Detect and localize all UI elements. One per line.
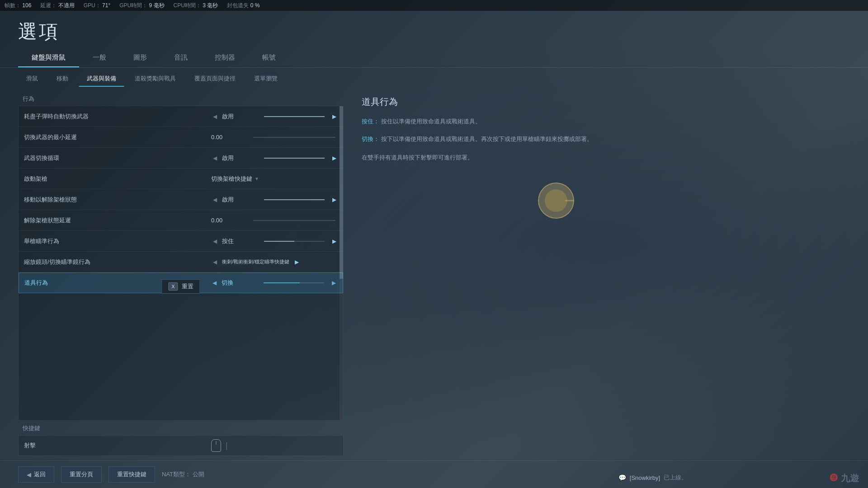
info-block-toggle: 切換： 按下以準備使用致命道具或戰術道具。再次按下或使用單槍瞄準鈕來投擲或部署。…	[362, 135, 841, 163]
sub-tab-move[interactable]: 移動	[48, 71, 76, 87]
stats-bar: 幀數： 106 延遲： 不適用 GPU： 71° GPU時間： 9 毫秒 CPU…	[0, 0, 868, 11]
back-arrow-icon: ◀	[27, 471, 31, 478]
dropdown-arrow-bipod: ▼	[255, 176, 259, 181]
reset-section-button[interactable]: 重置分頁	[61, 466, 102, 483]
nat-info: NAT類型： 公開	[162, 470, 850, 479]
tab-controller[interactable]: 控制器	[201, 49, 249, 67]
setting-bipod-delay[interactable]: 解除架槍狀態延遲 0.00	[19, 210, 343, 231]
shortcut-shoot[interactable]: 射擊 |	[18, 435, 344, 456]
arrow-left-gadget[interactable]: ◀	[211, 279, 218, 286]
reset-popup: X 重置	[161, 279, 200, 294]
shortcuts-section-label: 快捷鍵	[18, 421, 344, 435]
setting-move-bipod[interactable]: 移動以解除架槍狀態 ◀ 啟用 ▶	[19, 189, 343, 210]
main-tabs: 鍵盤與滑鼠 一般 圖形 音訊 控制器 帳號	[0, 49, 868, 68]
setting-auto-switch[interactable]: 耗盡子彈時自動切換武器 ◀ 啟用 ▶	[19, 106, 343, 127]
arrow-right-ads[interactable]: ▶	[330, 238, 338, 245]
setting-bipod-enable[interactable]: 啟動架槍 切換架槍快捷鍵 ▼	[19, 169, 343, 189]
arrow-left-zoom[interactable]: ◀	[211, 258, 218, 266]
setting-ads-behavior[interactable]: 舉槍瞄準行為 ◀ 按住 ▶	[19, 231, 343, 252]
cpu-time-stat: CPU時間： 3 毫秒	[174, 2, 218, 9]
arrow-right-zoom[interactable]: ▶	[293, 258, 300, 266]
info-title: 道具行為	[362, 96, 841, 108]
right-panel: 道具行為 按住： 按住以準備使用致命道具或戰術道具。 切換： 按下以準備使用致命…	[353, 91, 850, 456]
behavior-section-label: 行為	[18, 91, 344, 106]
arrow-right-move-bipod[interactable]: ▶	[330, 196, 338, 203]
tab-audio[interactable]: 音訊	[160, 49, 201, 67]
reset-key: X	[168, 282, 178, 291]
tab-account[interactable]: 帳號	[249, 49, 289, 67]
gpu-time-stat: GPU時間： 9 毫秒	[119, 2, 164, 9]
tab-general[interactable]: 一般	[79, 49, 120, 67]
sub-tab-killstreak[interactable]: 道殺獎勵與戰具	[127, 71, 184, 87]
arrow-right-auto-switch[interactable]: ▶	[330, 113, 338, 120]
arrow-right-weapon-cycle[interactable]: ▶	[330, 155, 338, 162]
arrow-left-weapon-cycle[interactable]: ◀	[211, 155, 218, 162]
content-area: 行為 耗盡子彈時自動切換武器 ◀ 啟用 ▶ 切換武器的最小延遲	[0, 87, 868, 460]
decorative-circle	[538, 183, 574, 219]
sub-tab-weapon[interactable]: 武器與裝備	[79, 71, 124, 87]
fps-stat: 幀數： 106	[5, 2, 31, 9]
bottom-bar: ◀ 返回 重置分頁 重置快捷鍵 NAT類型： 公開	[0, 460, 868, 488]
main-container: 選項 鍵盤與滑鼠 一般 圖形 音訊 控制器 帳號 滑鼠 移動 武器與裝備 道殺獎…	[0, 11, 868, 488]
reset-label: 重置	[182, 282, 193, 291]
reset-section-label: 重置分頁	[70, 470, 93, 479]
reset-shortcuts-button[interactable]: 重置快捷鍵	[108, 466, 155, 483]
info-block-hold: 按住： 按住以準備使用致命道具或戰術道具。	[362, 117, 841, 127]
nat-value: 公開	[193, 471, 204, 478]
ping-stat: 延遲： 不適用	[40, 2, 74, 9]
arrow-right-gadget[interactable]: ▶	[330, 279, 337, 286]
setting-weapon-cycle[interactable]: 武器切換循環 ◀ 啟用 ▶	[19, 148, 343, 169]
sub-tabs: 滑鼠 移動 武器與裝備 道殺獎勵與戰具 覆蓋頁面與捷徑 選單瀏覽	[0, 68, 868, 87]
setting-zoom-behavior[interactable]: 縮放鏡頭/切換瞄準鏡行為 ◀ 衝刺/戰術衝刺/穩定瞄準快捷鍵 ▶	[19, 252, 343, 272]
setting-gadget-behavior[interactable]: 道具行為 ◀ 切換 ▶ X 重置	[19, 272, 343, 293]
back-label: 返回	[34, 470, 46, 479]
arrow-left-move-bipod[interactable]: ◀	[211, 196, 218, 203]
scrollbar[interactable]	[340, 106, 343, 420]
tab-graphics[interactable]: 圖形	[120, 49, 160, 67]
tab-keyboard[interactable]: 鍵盤與滑鼠	[18, 49, 79, 67]
title-area: 選項	[0, 11, 868, 47]
mouse-icon	[211, 439, 221, 452]
arrow-left-ads[interactable]: ◀	[211, 238, 218, 245]
setting-min-delay[interactable]: 切換武器的最小延遲 0.00	[19, 127, 343, 148]
sub-tab-overlay[interactable]: 覆蓋頁面與捷徑	[186, 71, 244, 87]
gpu-stat: GPU： 71°	[84, 2, 111, 9]
scrollbar-thumb	[340, 106, 343, 279]
packet-loss-stat: 封包遺失 0 %	[227, 2, 259, 9]
reset-shortcuts-label: 重置快捷鍵	[117, 470, 146, 479]
nat-label: NAT類型：	[162, 471, 191, 478]
page-title: 選項	[18, 19, 850, 44]
back-button[interactable]: ◀ 返回	[18, 466, 54, 483]
settings-list: 耗盡子彈時自動切換武器 ◀ 啟用 ▶ 切換武器的最小延遲 0.00	[18, 106, 344, 421]
sub-tab-mouse[interactable]: 滑鼠	[18, 71, 46, 87]
left-panel: 行為 耗盡子彈時自動切換武器 ◀ 啟用 ▶ 切換武器的最小延遲	[18, 91, 344, 456]
arrow-left-auto-switch[interactable]: ◀	[211, 113, 218, 120]
sub-tab-menu[interactable]: 選單瀏覽	[246, 71, 286, 87]
